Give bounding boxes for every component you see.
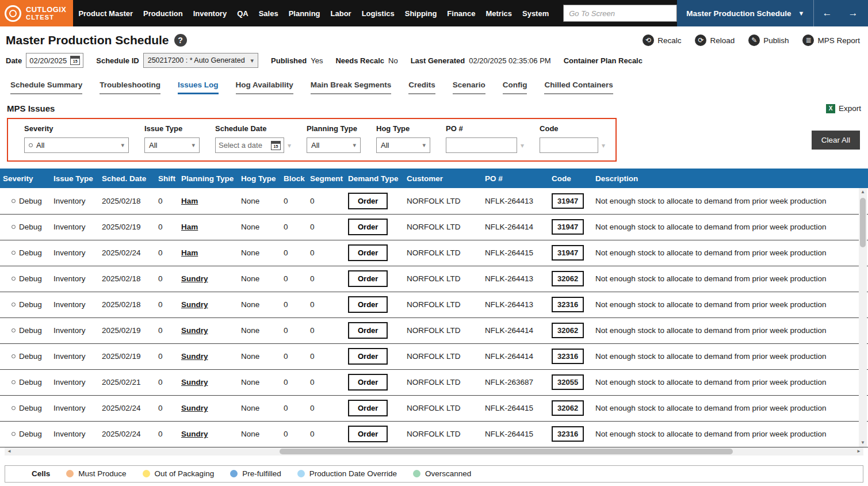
po-cell: NFLK-264413 bbox=[482, 292, 549, 317]
planning-type-link[interactable]: Sundry bbox=[181, 274, 208, 283]
segment-cell: 0 bbox=[307, 317, 345, 343]
severity-filter-select[interactable]: All ▾ bbox=[24, 137, 129, 153]
tab[interactable]: Scenario bbox=[453, 81, 485, 94]
back-button[interactable]: ← bbox=[814, 0, 840, 26]
tab[interactable]: Chilled Containers bbox=[544, 81, 613, 94]
menu-item[interactable]: Finance bbox=[442, 0, 480, 26]
clear-all-button[interactable]: Clear All bbox=[812, 131, 860, 150]
code-badge[interactable]: 32316 bbox=[552, 426, 584, 442]
planning-type-link[interactable]: Ham bbox=[181, 223, 198, 231]
planning-type-link[interactable]: Sundry bbox=[181, 326, 208, 335]
demand-type-button[interactable]: Order bbox=[348, 348, 388, 365]
app-brand[interactable]: CUTLOGIX CLTEST bbox=[0, 0, 73, 26]
planning-type-link[interactable]: Ham bbox=[181, 197, 198, 205]
code-badge[interactable]: 32062 bbox=[552, 271, 584, 286]
code-cell: 31947 bbox=[549, 214, 592, 240]
demand-type-button[interactable]: Order bbox=[348, 374, 388, 391]
issue-type-cell: Inventory bbox=[51, 343, 99, 369]
demand-type-button[interactable]: Order bbox=[348, 296, 388, 313]
code-badge[interactable]: 31947 bbox=[552, 193, 584, 209]
code-badge[interactable]: 31947 bbox=[552, 245, 584, 261]
forward-button[interactable]: → bbox=[840, 0, 866, 26]
demand-type-button[interactable]: Order bbox=[348, 244, 388, 261]
demand-type-button[interactable]: Order bbox=[348, 426, 388, 442]
menu-item[interactable]: System bbox=[517, 0, 554, 26]
code-badge[interactable]: 32062 bbox=[552, 323, 584, 338]
menu-item[interactable]: Shipping bbox=[400, 0, 442, 26]
menu-item[interactable]: Product Master bbox=[73, 0, 138, 26]
severity-dot-icon bbox=[12, 277, 16, 281]
schedule-id-select[interactable]: 250217200 : * Auto Generated ▾ bbox=[143, 53, 258, 68]
legend-color-dot bbox=[230, 470, 238, 477]
horizontal-scroll-thumb[interactable] bbox=[280, 449, 733, 454]
vertical-scroll-thumb[interactable] bbox=[860, 198, 866, 247]
scroll-down-icon[interactable]: ▼ bbox=[861, 441, 865, 445]
planning-type-link[interactable]: Ham bbox=[181, 248, 198, 257]
planning-type-link[interactable]: Sundry bbox=[181, 404, 208, 412]
tab[interactable]: Troubleshooting bbox=[100, 81, 160, 94]
code-badge[interactable]: 31947 bbox=[552, 219, 584, 235]
help-icon[interactable]: ? bbox=[174, 34, 187, 47]
menu-item[interactable]: Logistics bbox=[357, 0, 400, 26]
date-field[interactable]: 02/20/2025 15 bbox=[26, 53, 83, 68]
menu-item[interactable]: Labor bbox=[326, 0, 357, 26]
planning-type-cell: Ham bbox=[178, 188, 238, 214]
scroll-up-icon[interactable]: ▲ bbox=[861, 190, 865, 194]
code-cell: 32062 bbox=[549, 395, 592, 421]
demand-type-button[interactable]: Order bbox=[348, 322, 388, 339]
scroll-left-icon[interactable]: ◄ bbox=[7, 449, 12, 454]
code-badge[interactable]: 32062 bbox=[552, 400, 584, 416]
chevron-down-icon[interactable]: ▾ bbox=[521, 141, 524, 150]
code-badge[interactable]: 32316 bbox=[552, 297, 584, 312]
tab[interactable]: Hog Availability bbox=[236, 81, 293, 94]
horizontal-scrollbar[interactable]: ◄ ► bbox=[5, 447, 863, 456]
planning-type-cell: Sundry bbox=[178, 369, 238, 395]
segment-cell: 0 bbox=[307, 343, 345, 369]
planning-type-link[interactable]: Sundry bbox=[181, 378, 208, 386]
tab[interactable]: Credits bbox=[408, 81, 435, 94]
menu-item[interactable]: Inventory bbox=[188, 0, 232, 26]
demand-type-button[interactable]: Order bbox=[348, 219, 388, 235]
hog-type-filter-select[interactable]: All ▾ bbox=[376, 137, 430, 153]
legend-item: Out of Packaging bbox=[143, 469, 215, 478]
chevron-down-icon[interactable]: ▾ bbox=[602, 141, 605, 150]
demand-type-button[interactable]: Order bbox=[348, 270, 388, 287]
export-button[interactable]: X Export bbox=[826, 104, 861, 113]
header-action-button[interactable]: ⟲ Recalc bbox=[643, 35, 681, 46]
planning-type-filter-select[interactable]: All ▾ bbox=[307, 137, 361, 153]
menu-item[interactable]: Sales bbox=[254, 0, 284, 26]
header-action-button[interactable]: ✎ Publish bbox=[748, 35, 789, 46]
hog-type-cell: None bbox=[238, 421, 281, 447]
menu-item[interactable]: Planning bbox=[284, 0, 326, 26]
menu-item[interactable]: QA bbox=[232, 0, 254, 26]
chevron-down-icon[interactable]: ▾ bbox=[288, 141, 291, 150]
code-filter-input[interactable] bbox=[540, 137, 598, 153]
sched-date-cell: 2025/02/18 bbox=[99, 188, 155, 214]
close-screen-button[interactable]: ✕ bbox=[866, 0, 868, 26]
vertical-scrollbar[interactable]: ▲ ▼ bbox=[859, 188, 867, 447]
code-badge[interactable]: 32316 bbox=[552, 349, 584, 364]
column-header: Sched. Date bbox=[99, 169, 155, 188]
table-row: Debug Inventory 2025/02/18 0 Ham None 0 … bbox=[0, 188, 868, 214]
tab[interactable]: Config bbox=[503, 81, 527, 94]
header-action-button[interactable]: ⟳ Reload bbox=[695, 35, 735, 46]
tab[interactable]: Issues Log bbox=[178, 81, 219, 94]
tab[interactable]: Main Break Segments bbox=[311, 81, 391, 94]
planning-type-link[interactable]: Sundry bbox=[181, 430, 208, 438]
header-action-button[interactable]: ≣ MPS Report bbox=[802, 35, 860, 46]
issue-type-filter-select[interactable]: All ▾ bbox=[144, 137, 200, 153]
demand-type-button[interactable]: Order bbox=[348, 193, 388, 209]
demand-type-button[interactable]: Order bbox=[348, 400, 388, 416]
code-badge[interactable]: 32055 bbox=[552, 374, 584, 390]
screen-selector-dropdown[interactable]: Master Production Schedule ▼ bbox=[677, 0, 813, 26]
scroll-right-icon[interactable]: ► bbox=[856, 449, 861, 454]
schedule-date-picker[interactable]: Select a date 15 bbox=[215, 137, 284, 153]
section-head: MPS Issues X Export bbox=[0, 94, 868, 118]
tab[interactable]: Schedule Summary bbox=[10, 81, 82, 94]
menu-item[interactable]: Production bbox=[138, 0, 188, 26]
planning-type-link[interactable]: Sundry bbox=[181, 352, 208, 361]
goto-screen-input[interactable] bbox=[563, 5, 677, 22]
po-filter-input[interactable] bbox=[446, 137, 517, 153]
planning-type-link[interactable]: Sundry bbox=[181, 300, 208, 309]
menu-item[interactable]: Metrics bbox=[480, 0, 517, 26]
